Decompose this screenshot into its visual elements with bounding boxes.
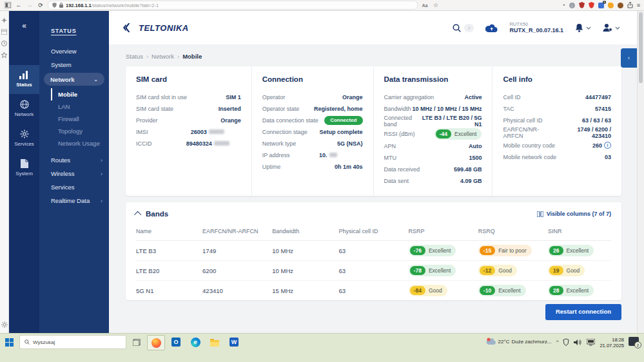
notification-center-button[interactable]: 2 [629, 337, 639, 346]
taskbar-word[interactable]: W [226, 335, 242, 349]
notifications-button[interactable] [575, 23, 591, 32]
reload-button[interactable]: ⟳ [37, 1, 44, 9]
nav-item-overview[interactable]: Overview [39, 44, 109, 58]
menu-icon[interactable]: ≡ [637, 2, 640, 8]
field-label: Provider [136, 117, 158, 124]
brown-extension-icon[interactable] [618, 3, 623, 8]
columns-icon [537, 211, 543, 217]
nav-item-mobile[interactable]: Mobile [51, 88, 109, 100]
rail-item-system[interactable]: System [9, 153, 39, 183]
search-icon [24, 339, 30, 345]
main-area: TELTONIKA / RUTX50 RUTX_R_00.07.16.1 [109, 11, 637, 333]
nav-item-system[interactable]: System [39, 58, 109, 71]
restart-connection-button[interactable]: Restart connection [545, 304, 621, 320]
taskbar-search[interactable]: Wyszukaj [19, 335, 126, 349]
signal-value: -78 [410, 266, 425, 275]
breadcrumb-network[interactable]: Network [151, 53, 174, 60]
puzzle-extension-icon[interactable]: 1 [598, 3, 604, 8]
forward-button[interactable]: → [26, 1, 34, 9]
visible-columns-button[interactable]: Visible columns (7 of 7) [537, 211, 611, 217]
scrollbar-thumb[interactable] [639, 12, 643, 83]
field-value: Setup complete [320, 129, 363, 135]
share-icon[interactable] [627, 2, 633, 8]
field-label: IMSI [136, 129, 148, 135]
band-name: 5G N1 [136, 281, 202, 300]
sidebar-collapse-button[interactable]: « [9, 11, 39, 41]
sidebar-toggle-icon[interactable] [4, 1, 12, 9]
timer-extension-icon[interactable]: ◔ [561, 2, 565, 8]
field-value: Auto [469, 143, 482, 149]
hidden-icons-button[interactable]: ^ [556, 337, 559, 347]
chevron-right-icon: › [101, 171, 102, 177]
nav-item-lan[interactable]: LAN [51, 100, 109, 113]
breadcrumb-mobile: Mobile [182, 53, 202, 60]
settings-gear-icon[interactable] [1, 321, 8, 328]
history-clock-icon[interactable] [1, 41, 7, 46]
orange-extension-icon[interactable] [608, 3, 614, 8]
band-name: LTE B20 [136, 261, 202, 281]
translate-icon[interactable]: Aа [421, 1, 429, 9]
section-title: Connection [262, 75, 363, 83]
rail-item-services[interactable]: Services [9, 124, 39, 153]
nav-item-network-label: Network [50, 76, 74, 83]
tabs-icon[interactable] [1, 29, 7, 35]
breadcrumb-status[interactable]: Status [126, 53, 143, 60]
nav-item-topology[interactable]: Topology [51, 125, 109, 137]
field-value: 10. [319, 152, 327, 158]
chevron-left-icon: ‹ [628, 55, 630, 61]
taskbar-edge[interactable]: e [187, 335, 204, 349]
rsrp-badge: -84Good [409, 285, 447, 296]
taskbar-clock[interactable]: 18:28 21.07.2025 [600, 337, 624, 349]
services-gear-icon [20, 129, 29, 138]
nav-item-realtime-data[interactable]: Realtime Data› [39, 194, 109, 207]
band-pci: 63 [338, 261, 408, 281]
nav-item-network-usage[interactable]: Network Usage [51, 137, 109, 149]
side-panel-toggle[interactable]: ‹ [621, 48, 637, 68]
nav-item-routes[interactable]: Routes› [39, 153, 109, 167]
column-header: Bandwidth [272, 224, 338, 241]
taskbar-explorer[interactable] [206, 335, 223, 349]
bookmark-star-icon[interactable]: ☆ [432, 1, 440, 9]
field-label: Cell ID [503, 94, 520, 100]
nav-item-network[interactable]: Network ⌄ [44, 73, 104, 86]
adblock-extension-icon[interactable] [589, 2, 594, 8]
collapse-section-icon[interactable] [134, 211, 141, 218]
taskbar-outlook[interactable]: O [168, 335, 184, 349]
back-button[interactable]: ← [15, 1, 23, 9]
browser-scrollbar[interactable] [637, 11, 644, 333]
field-value: 26003 [191, 129, 207, 135]
rail-item-network[interactable]: Network [9, 94, 39, 124]
breadcrumb-separator: › [146, 53, 148, 60]
download-extension-icon[interactable]: ↓ [569, 3, 575, 8]
bookmarks-star-icon[interactable] [1, 52, 7, 58]
user-menu-button[interactable] [603, 23, 620, 32]
field-label: EARFCN/NR-ARFCN [503, 126, 557, 139]
sinr-badge: 19Good [548, 265, 585, 276]
network-icon[interactable] [587, 339, 595, 346]
nav-item-wireless[interactable]: Wireless› [39, 167, 109, 180]
rail-item-status[interactable]: Status [9, 65, 39, 94]
start-button[interactable] [1, 335, 17, 349]
url-bar[interactable]: 192.168.1.1/status/network/mobile?tab=2-… [48, 1, 418, 10]
global-search[interactable]: / [453, 24, 474, 32]
chevron-right-icon: › [101, 198, 102, 204]
band-bandwidth: 10 MHz [272, 261, 338, 281]
task-view-button[interactable] [129, 335, 144, 349]
volume-icon[interactable] [574, 339, 582, 346]
info-icon[interactable]: i [604, 142, 611, 149]
field-label: IP address [262, 152, 290, 158]
signal-label: Excellent [498, 287, 521, 294]
chevron-down-icon [586, 26, 591, 30]
nav-item-firewall[interactable]: Firewall [51, 113, 109, 125]
nav-item-services[interactable]: Services [39, 180, 109, 194]
section-title: Data transmission [384, 75, 482, 83]
tray-shield-icon[interactable] [563, 338, 569, 347]
cell-info-section: Cell info Cell ID44477497 TAC57415 Physi… [492, 66, 621, 196]
field-label: Network type [262, 140, 297, 147]
rms-cloud-icon[interactable] [485, 24, 498, 32]
taskbar-weather[interactable]: 22°C Duże zachmurz... [486, 337, 552, 347]
shield-extension-icon[interactable] [579, 2, 585, 8]
field-label: Mobile country code [503, 142, 555, 149]
taskbar-firefox[interactable] [147, 335, 165, 350]
copilot-sparkle-icon[interactable] [1, 17, 7, 23]
